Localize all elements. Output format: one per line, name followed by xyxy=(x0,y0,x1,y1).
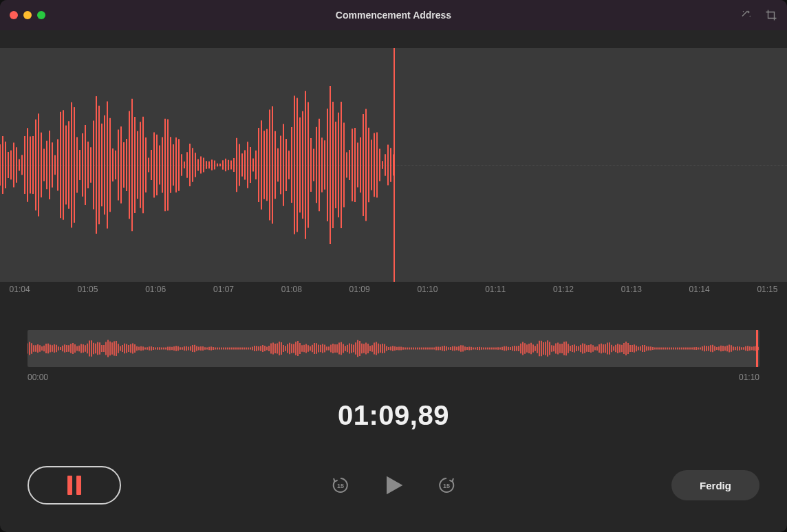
ruler-tick: 01:15 xyxy=(757,285,777,294)
elapsed-time: 01:09,89 xyxy=(0,400,787,431)
ruler-tick: 01:13 xyxy=(621,285,642,294)
pause-button[interactable] xyxy=(28,466,121,505)
skip-back-button[interactable]: 15 xyxy=(330,475,351,496)
ruler-tick: 01:09 xyxy=(349,285,370,294)
transport-controls: 15 15 Ferdig xyxy=(0,458,787,513)
enhance-icon[interactable] xyxy=(740,9,753,21)
ruler-tick: 01:06 xyxy=(145,285,166,294)
recorder-window: Commencement Address 01:0401:0501:0601:0… xyxy=(0,0,787,532)
overview-labels: 00:00 01:10 xyxy=(28,373,759,382)
window-title: Commencement Address xyxy=(0,10,787,21)
done-button[interactable]: Ferdig xyxy=(671,470,759,500)
play-button[interactable] xyxy=(380,472,407,499)
skip-forward-button[interactable]: 15 xyxy=(436,475,457,496)
overview-end-label: 01:10 xyxy=(739,373,759,382)
ruler-tick: 01:05 xyxy=(77,285,98,294)
center-transport-group: 15 15 xyxy=(330,472,457,499)
overview-strip[interactable] xyxy=(28,330,759,367)
ruler-tick: 01:12 xyxy=(553,285,574,294)
playhead[interactable] xyxy=(394,48,395,282)
ruler-tick: 01:08 xyxy=(281,285,302,294)
ruler-tick: 01:04 xyxy=(10,285,30,294)
skip-back-label: 15 xyxy=(330,475,351,496)
pause-icon xyxy=(67,476,81,495)
svg-point-0 xyxy=(743,11,744,12)
titlebar-actions xyxy=(740,9,777,21)
overview-playhead[interactable] xyxy=(756,330,758,367)
ruler-tick: 01:14 xyxy=(689,285,710,294)
time-ruler: 01:0401:0501:0601:0701:0801:0901:1001:11… xyxy=(0,282,787,301)
svg-point-1 xyxy=(750,16,751,17)
overview-waveform xyxy=(28,330,759,367)
ruler-tick: 01:10 xyxy=(417,285,438,294)
ruler-tick: 01:07 xyxy=(213,285,234,294)
skip-forward-label: 15 xyxy=(436,475,457,496)
overview-wrap: 00:00 01:10 xyxy=(0,330,787,382)
ruler-tick: 01:11 xyxy=(485,285,506,294)
main-waveform-panel[interactable] xyxy=(0,48,787,282)
title-bar: Commencement Address xyxy=(0,0,787,30)
overview-start-label: 00:00 xyxy=(28,373,48,382)
crop-icon[interactable] xyxy=(765,9,777,21)
